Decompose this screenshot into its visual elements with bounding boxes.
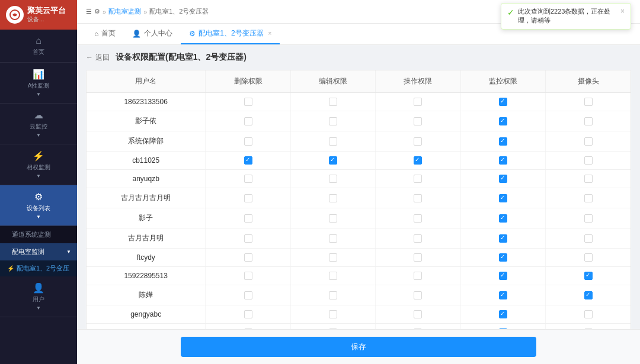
checkbox-monitor[interactable] (499, 175, 507, 183)
cell-edit (290, 267, 375, 285)
page-header: ← 返回 设备权限配置(配电室1、2号变压器) (86, 52, 631, 63)
checkbox-delete[interactable] (244, 272, 252, 280)
checkbox-monitor[interactable] (499, 291, 507, 299)
checkbox-camera[interactable] (584, 272, 593, 280)
breadcrumb-devices[interactable]: 配电室监测 (108, 7, 141, 16)
table-row: 影子 (87, 208, 631, 228)
sidebar-item-cloud[interactable]: ☁ 云监控 ▼ (0, 104, 77, 144)
toast-close-button[interactable]: × (620, 7, 625, 15)
tab-home[interactable]: ⌂ 首页 (86, 24, 124, 44)
checkbox-operate[interactable] (414, 310, 422, 318)
tab-personal[interactable]: 👤 个人中心 (124, 24, 181, 44)
arrow-left-icon: ← (86, 53, 93, 62)
sidebar: 聚英云平台 设备... ⌂ 首页 📊 A性监测 ▼ ☁ 云监控 ▼ ⚡ 相权监测… (0, 0, 77, 364)
checkbox-camera[interactable] (584, 156, 593, 165)
checkbox-operate[interactable] (414, 291, 422, 299)
sidebar-sub-nav: 通道系统监测 配电室监测 ▼ ⚡ 配电室1、2号变压 (0, 226, 77, 276)
sidebar-item-relay[interactable]: ⚡ 相权监测 ▼ (0, 144, 77, 185)
checkbox-delete[interactable] (244, 310, 252, 318)
cell-camera (546, 228, 631, 249)
checkbox-edit[interactable] (329, 194, 337, 202)
checkbox-operate[interactable] (414, 175, 422, 183)
cell-username: 陈嬅 (87, 285, 206, 305)
cell-camera (546, 267, 631, 285)
cell-delete (206, 188, 290, 208)
cell-username: 古月古月古月明 (87, 188, 206, 208)
checkbox-delete[interactable] (244, 117, 252, 125)
cell-operate (376, 208, 460, 228)
checkbox-monitor[interactable] (499, 234, 507, 243)
checkbox-operate[interactable] (414, 272, 422, 280)
cell-username: cb11025 (87, 152, 206, 170)
checkbox-operate[interactable] (414, 214, 422, 223)
sidebar-item-devices[interactable]: ⚙ 设备列表 ▼ (0, 185, 77, 226)
table-row: 陈嬅 (87, 285, 631, 305)
checkbox-edit[interactable] (329, 98, 337, 106)
checkbox-monitor[interactable] (499, 156, 507, 165)
checkbox-edit[interactable] (329, 310, 337, 318)
sidebar-item-home[interactable]: ⌂ 首页 (0, 30, 77, 63)
checkbox-camera[interactable] (584, 137, 593, 146)
checkbox-edit[interactable] (329, 117, 337, 125)
save-button[interactable]: 保存 (181, 337, 536, 357)
checkbox-delete[interactable] (244, 253, 252, 262)
tab-close-button[interactable]: × (268, 30, 272, 37)
checkbox-delete[interactable] (244, 137, 252, 146)
checkbox-edit[interactable] (329, 253, 337, 262)
sidebar-item-relay-label: 相权监测 (27, 163, 50, 172)
sidebar-sub-power[interactable]: 配电室监测 ▼ (0, 243, 77, 260)
checkbox-delete[interactable] (244, 234, 252, 243)
checkbox-edit[interactable] (329, 272, 337, 280)
cell-edit (290, 305, 375, 324)
checkbox-camera[interactable] (584, 117, 593, 125)
cell-monitor (460, 305, 545, 324)
checkbox-monitor[interactable] (499, 253, 507, 262)
checkbox-camera[interactable] (584, 310, 593, 318)
checkbox-edit[interactable] (329, 137, 337, 146)
sidebar-item-users[interactable]: 👤 用户 ▼ (0, 276, 77, 317)
checkbox-monitor[interactable] (499, 214, 507, 223)
sidebar-sub-channel[interactable]: 通道系统监测 (0, 226, 77, 243)
checkbox-delete[interactable] (244, 156, 252, 165)
checkbox-monitor[interactable] (499, 117, 507, 125)
checkbox-camera[interactable] (584, 234, 593, 243)
checkbox-delete[interactable] (244, 175, 252, 183)
checkbox-camera[interactable] (584, 175, 593, 183)
checkbox-operate[interactable] (414, 234, 422, 243)
checkbox-operate[interactable] (414, 156, 422, 165)
checkbox-monitor[interactable] (499, 272, 507, 280)
checkbox-delete[interactable] (244, 291, 252, 299)
cell-username: 15922895513 (87, 267, 206, 285)
checkbox-operate[interactable] (414, 117, 422, 125)
checkbox-camera[interactable] (584, 194, 593, 202)
checkbox-edit[interactable] (329, 214, 337, 223)
checkbox-monitor[interactable] (499, 194, 507, 202)
checkbox-camera[interactable] (584, 291, 593, 299)
tab-device[interactable]: ⚙ 配电室1、2号变压器 × (181, 24, 280, 44)
checkbox-operate[interactable] (414, 137, 422, 146)
checkbox-edit[interactable] (329, 175, 337, 183)
checkbox-monitor[interactable] (499, 98, 507, 106)
checkbox-monitor[interactable] (499, 310, 507, 318)
checkbox-camera[interactable] (584, 214, 593, 223)
checkbox-operate[interactable] (414, 98, 422, 106)
checkbox-operate[interactable] (414, 194, 422, 202)
sidebar-device-item[interactable]: ⚡ 配电室1、2号变压 (0, 260, 77, 276)
checkbox-monitor[interactable] (499, 137, 507, 146)
main-content: ☰ ⚙ » 配电室监测 » 配电室1、2号变压器 ✓ 此次查询到2223条数据，… (77, 0, 640, 364)
cell-operate (376, 305, 460, 324)
checkbox-monitor[interactable] (499, 328, 507, 329)
sidebar-item-a-monitor[interactable]: 📊 A性监测 ▼ (0, 63, 77, 104)
checkbox-delete[interactable] (244, 98, 252, 106)
back-button[interactable]: ← 返回 (86, 53, 110, 63)
checkbox-camera[interactable] (584, 98, 593, 106)
checkbox-edit[interactable] (329, 291, 337, 299)
checkbox-edit[interactable] (329, 234, 337, 243)
toast-message: 此次查询到2223条数据，正在处理，请稍等 (518, 7, 614, 25)
checkbox-operate[interactable] (414, 253, 422, 262)
checkbox-edit[interactable] (329, 156, 337, 165)
checkbox-delete[interactable] (244, 194, 252, 202)
checkbox-delete[interactable] (244, 214, 252, 223)
checkbox-camera[interactable] (584, 253, 593, 262)
cell-monitor (460, 188, 545, 208)
